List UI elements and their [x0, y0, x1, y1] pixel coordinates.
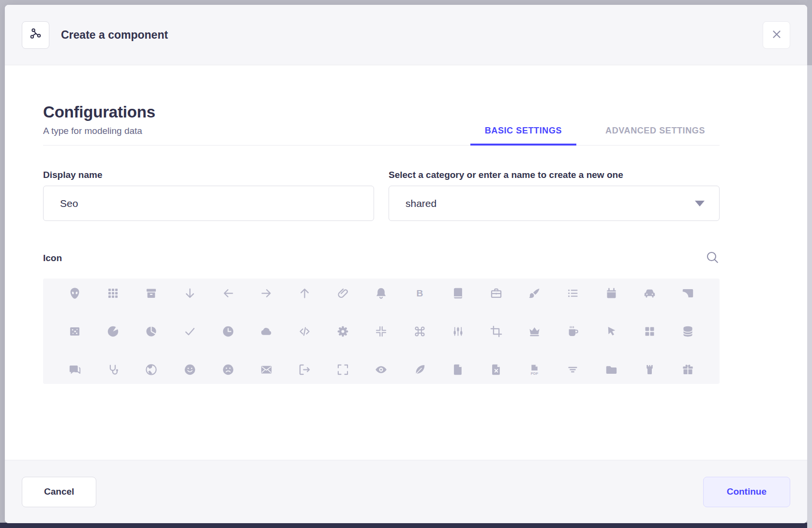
- book-icon[interactable]: [451, 286, 465, 300]
- filter-icon[interactable]: [566, 362, 580, 377]
- icon-label: Icon: [43, 253, 62, 264]
- icon-grid: BPDF: [43, 279, 720, 384]
- category-field-group: Select a category or enter a name to cre…: [389, 170, 720, 221]
- dashboard-icon[interactable]: [642, 324, 657, 338]
- car-icon[interactable]: [642, 286, 657, 300]
- stethoscope-icon[interactable]: [106, 362, 120, 377]
- create-component-modal: Create a component Configurations A type…: [5, 5, 807, 523]
- database-icon[interactable]: [680, 324, 695, 338]
- display-name-field-group: Display name: [43, 170, 374, 221]
- cancel-button[interactable]: Cancel: [22, 477, 96, 507]
- folder-icon[interactable]: [604, 362, 618, 377]
- crop-icon[interactable]: [489, 324, 504, 338]
- modal-header: Create a component: [5, 5, 807, 65]
- page-title: Configurations: [43, 103, 155, 121]
- cursor-icon[interactable]: [604, 324, 618, 338]
- archive-icon[interactable]: [144, 286, 159, 300]
- search-icon: [705, 250, 720, 266]
- emotion-unhappy-icon[interactable]: [221, 362, 235, 377]
- earth-icon[interactable]: [144, 362, 159, 377]
- chevron-down-icon: [695, 201, 705, 206]
- discuss-icon[interactable]: [68, 362, 82, 377]
- chart-pie-icon[interactable]: [144, 324, 159, 338]
- file-error-icon[interactable]: [489, 362, 504, 377]
- modal-body: Configurations A type for modeling data …: [5, 65, 807, 460]
- modal-title: Create a component: [61, 29, 168, 42]
- category-label: Select a category or enter a name to cre…: [389, 170, 720, 180]
- command-icon[interactable]: [412, 324, 427, 338]
- arrow-right-icon[interactable]: [259, 286, 273, 300]
- svg-text:B: B: [416, 288, 423, 298]
- cast-icon[interactable]: [680, 286, 695, 300]
- chart-circle-icon[interactable]: [106, 324, 120, 338]
- cog-icon[interactable]: [336, 324, 350, 338]
- check-icon[interactable]: [182, 324, 197, 338]
- component-icon-box: [22, 21, 49, 49]
- svg-text:PDF: PDF: [531, 371, 539, 375]
- continue-button[interactable]: Continue: [703, 477, 790, 507]
- envelope-icon[interactable]: [259, 362, 273, 377]
- emotion-happy-icon[interactable]: [182, 362, 197, 377]
- bullet-list-icon[interactable]: [566, 286, 580, 300]
- category-selected-value: shared: [406, 198, 436, 209]
- page-scrollbar[interactable]: [807, 0, 812, 528]
- section-head: Configurations A type for modeling data …: [43, 103, 720, 146]
- section-titles: Configurations A type for modeling data: [43, 103, 155, 145]
- bold-icon[interactable]: B: [412, 286, 427, 300]
- icon-search-button[interactable]: [705, 250, 720, 266]
- tower-icon[interactable]: [642, 362, 657, 377]
- alien-icon[interactable]: [68, 286, 82, 300]
- component-icon: [30, 28, 42, 42]
- calendar-icon[interactable]: [604, 286, 618, 300]
- form-row: Display name Select a category or enter …: [43, 170, 720, 221]
- icon-picker-header: Icon: [43, 250, 720, 266]
- cloud-icon[interactable]: [259, 324, 273, 338]
- chart-bubble-icon[interactable]: [68, 324, 82, 338]
- display-name-label: Display name: [43, 170, 374, 180]
- briefcase-icon[interactable]: [489, 286, 504, 300]
- page-subtitle: A type for modeling data: [43, 126, 155, 136]
- file-icon[interactable]: [451, 362, 465, 377]
- category-select[interactable]: shared: [389, 186, 720, 221]
- icon-picker-section: Icon BPDF: [43, 250, 720, 384]
- code-icon[interactable]: [298, 324, 312, 338]
- tab-advanced-settings[interactable]: ADVANCED SETTINGS: [591, 126, 720, 146]
- scrollbar-thumb[interactable]: [807, 0, 812, 65]
- settings-tabs: BASIC SETTINGS ADVANCED SETTINGS: [470, 126, 720, 145]
- eye-icon[interactable]: [374, 362, 389, 377]
- tab-basic-settings[interactable]: BASIC SETTINGS: [470, 126, 576, 146]
- file-pdf-icon[interactable]: PDF: [527, 362, 542, 377]
- crown-icon[interactable]: [527, 324, 542, 338]
- brush-icon[interactable]: [527, 286, 542, 300]
- expand-icon[interactable]: [336, 362, 350, 377]
- close-button[interactable]: [763, 21, 790, 49]
- apps-icon[interactable]: [106, 286, 120, 300]
- cup-icon[interactable]: [566, 324, 580, 338]
- attachment-icon[interactable]: [336, 286, 350, 300]
- display-name-input[interactable]: [43, 186, 374, 221]
- arrow-left-icon[interactable]: [221, 286, 235, 300]
- feather-icon[interactable]: [412, 362, 427, 377]
- arrow-up-icon[interactable]: [298, 286, 312, 300]
- backdrop-bottom-strip: [0, 523, 812, 528]
- sliders-icon[interactable]: [451, 324, 465, 338]
- modal-footer: Cancel Continue: [5, 460, 807, 523]
- collapse-icon[interactable]: [374, 324, 389, 338]
- close-icon: [770, 28, 783, 42]
- arrow-down-icon[interactable]: [182, 286, 197, 300]
- gift-icon[interactable]: [680, 362, 695, 377]
- clock-icon[interactable]: [221, 324, 235, 338]
- exit-icon[interactable]: [298, 362, 312, 377]
- bell-icon[interactable]: [374, 286, 389, 300]
